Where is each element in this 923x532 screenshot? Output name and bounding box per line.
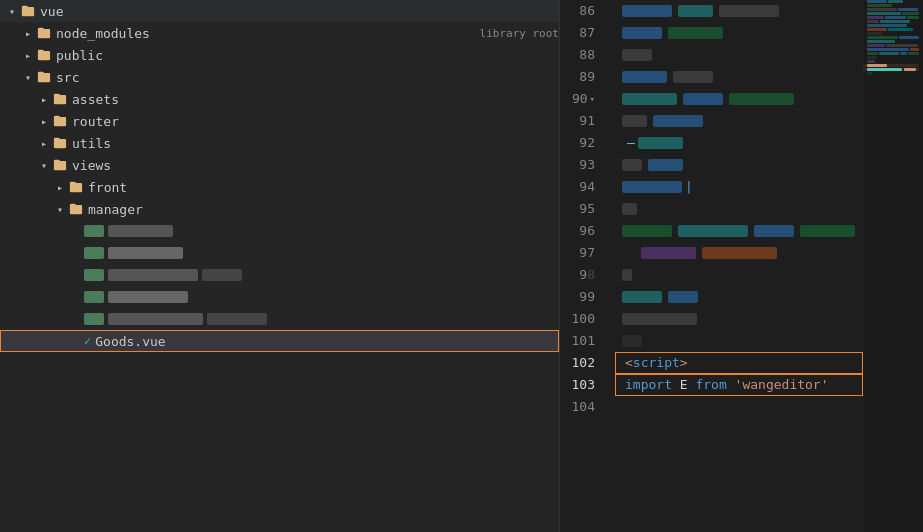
tree-item-front[interactable]: front bbox=[0, 176, 559, 198]
code-103-content: import E from 'wangeditor' bbox=[619, 374, 829, 396]
folder-icon-manager bbox=[68, 201, 84, 217]
code-line-96 bbox=[615, 220, 863, 242]
mm-line-19 bbox=[867, 72, 919, 75]
mm-14d bbox=[908, 52, 919, 55]
code-line-88 bbox=[615, 44, 863, 66]
folder-icon-views bbox=[52, 157, 68, 173]
blur-92b bbox=[638, 137, 683, 149]
blur-89b bbox=[673, 71, 713, 83]
folder-icon-front bbox=[68, 179, 84, 195]
chevron-router bbox=[36, 113, 52, 129]
mm-3b bbox=[898, 8, 918, 11]
tree-item-vue[interactable]: vue bbox=[0, 0, 559, 22]
mm-line-17 bbox=[863, 64, 919, 67]
tree-item-src[interactable]: src bbox=[0, 66, 559, 88]
blur-93b bbox=[648, 159, 683, 171]
tree-item-views[interactable]: views bbox=[0, 154, 559, 176]
code-line-97 bbox=[615, 242, 863, 264]
line-num-88: 88 bbox=[560, 44, 603, 66]
mm-line-1 bbox=[867, 0, 919, 3]
mm-1b bbox=[888, 0, 903, 3]
chevron-src bbox=[20, 69, 36, 85]
blurred-file-1[interactable] bbox=[0, 220, 559, 242]
blur-91a bbox=[622, 115, 647, 127]
blurred-icon-2 bbox=[84, 247, 104, 259]
blur-97b bbox=[641, 247, 696, 259]
tree-item-utils[interactable]: utils bbox=[0, 132, 559, 154]
folder-icon-utils bbox=[52, 135, 68, 151]
line-num-103: 103 bbox=[560, 374, 603, 396]
editor-panel: 86 87 88 89 90 ▾ 91 92 93 94 95 96 97 98… bbox=[560, 0, 923, 532]
tree-item-assets[interactable]: assets bbox=[0, 88, 559, 110]
mm-line-14 bbox=[867, 52, 919, 55]
fold-chevron-90[interactable]: ▾ bbox=[590, 88, 595, 110]
chevron-node-modules bbox=[20, 25, 36, 41]
blurred-file-5[interactable] bbox=[0, 308, 559, 330]
mm-line-12 bbox=[867, 44, 919, 47]
blur-95a bbox=[622, 203, 637, 215]
mm-13a bbox=[867, 48, 909, 51]
code-line-103: import E from 'wangeditor' bbox=[615, 374, 863, 396]
manager-label: manager bbox=[88, 202, 559, 217]
code-102-content: <script> bbox=[619, 352, 688, 374]
code-line-101 bbox=[615, 330, 863, 352]
mm-13b bbox=[910, 48, 919, 51]
code-line-98 bbox=[615, 264, 863, 286]
folder-icon-public bbox=[36, 47, 52, 63]
line-num-98: 98 bbox=[560, 264, 603, 286]
chevron-front bbox=[52, 179, 68, 195]
chevron-public bbox=[20, 47, 36, 63]
mm-9a bbox=[867, 32, 882, 35]
blur-99b bbox=[668, 291, 698, 303]
blur-96a bbox=[622, 225, 672, 237]
line-num-87: 87 bbox=[560, 22, 603, 44]
line-num-102: 102 bbox=[560, 352, 603, 374]
tree-container: vue node_modules library root public s bbox=[0, 0, 559, 532]
blur-101a bbox=[622, 335, 642, 347]
mm-12b bbox=[886, 44, 918, 47]
mm-5b bbox=[885, 16, 907, 19]
minimap bbox=[863, 0, 923, 532]
line-num-89: 89 bbox=[560, 66, 603, 88]
line-num-101: 101 bbox=[560, 330, 603, 352]
line-num-95: 95 bbox=[560, 198, 603, 220]
mm-16a bbox=[867, 60, 875, 63]
blurred-name-3b bbox=[202, 269, 242, 281]
mm-line-11 bbox=[867, 40, 919, 43]
tree-item-goods-vue[interactable]: ✓ Goods.vue bbox=[0, 330, 559, 352]
code-line-93 bbox=[615, 154, 863, 176]
import-kw: import bbox=[625, 377, 672, 392]
tree-item-node-modules[interactable]: node_modules library root bbox=[0, 22, 559, 44]
tree-item-public[interactable]: public bbox=[0, 44, 559, 66]
mm-11a bbox=[867, 40, 895, 43]
mm-line-16 bbox=[867, 60, 919, 63]
tree-item-router[interactable]: router bbox=[0, 110, 559, 132]
blurred-file-4[interactable] bbox=[0, 286, 559, 308]
mm-17a bbox=[867, 64, 887, 67]
mm-line-9 bbox=[867, 32, 919, 35]
line-num-97: 97 bbox=[560, 242, 603, 264]
node-modules-label: node_modules bbox=[56, 26, 474, 41]
blur-87b bbox=[668, 27, 723, 39]
blurred-file-2[interactable] bbox=[0, 242, 559, 264]
blur-86c bbox=[719, 5, 779, 17]
public-label: public bbox=[56, 48, 559, 63]
folder-icon-node-modules bbox=[36, 25, 52, 41]
code-line-100 bbox=[615, 308, 863, 330]
from-kw: from bbox=[695, 377, 726, 392]
blur-96d bbox=[800, 225, 855, 237]
code-92-text: — bbox=[619, 132, 635, 154]
mm-line-13 bbox=[867, 48, 919, 51]
blurred-name-2 bbox=[108, 247, 183, 259]
line-num-90: 90 ▾ bbox=[560, 88, 603, 110]
blur-100a bbox=[622, 313, 697, 325]
line-num-94: 94 bbox=[560, 176, 603, 198]
mm-line-18 bbox=[863, 68, 919, 71]
code-line-89 bbox=[615, 66, 863, 88]
blurred-file-3[interactable] bbox=[0, 264, 559, 286]
mm-14b bbox=[879, 52, 899, 55]
tree-item-manager[interactable]: manager bbox=[0, 198, 559, 220]
mm-14c bbox=[900, 52, 908, 55]
mm-18a bbox=[867, 68, 902, 71]
mm-8a bbox=[867, 28, 887, 31]
